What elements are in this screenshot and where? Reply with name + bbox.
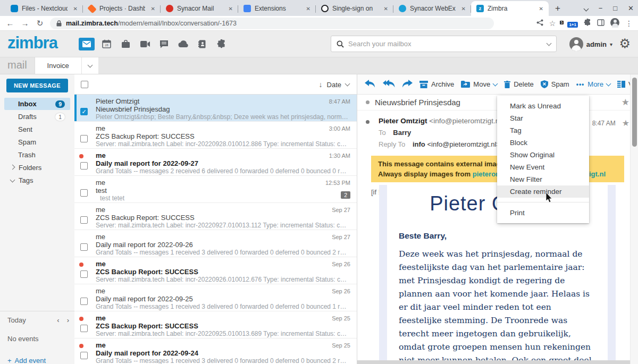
settings-gear-icon[interactable]: ⚙ xyxy=(619,36,631,51)
sort-chevron-icon xyxy=(345,81,350,87)
tab-search-icon[interactable] xyxy=(584,4,588,12)
contacts-app-icon[interactable] xyxy=(196,38,209,50)
list-item[interactable]: me ZCS Backup Report: SUCCESS Server: ma… xyxy=(74,122,357,149)
tab-close-icon[interactable]: ✕ xyxy=(304,5,313,13)
integrations-puzzle-app-icon[interactable] xyxy=(215,38,229,50)
sort-control[interactable]: ↓ Date xyxy=(319,80,349,89)
list-item[interactable]: me ZCS Backup Report: SUCCESS Server: ma… xyxy=(74,203,357,230)
tab-invoice[interactable]: Invoice xyxy=(35,57,81,74)
row-checkbox[interactable] xyxy=(80,135,88,142)
list-item[interactable]: me test test tetet 12:53 PM 2 xyxy=(74,176,357,203)
new-tab-button[interactable]: + xyxy=(552,3,564,14)
row-checkbox[interactable] xyxy=(80,325,88,332)
message-star-icon[interactable]: ★ xyxy=(622,118,629,128)
vertical-scrollbar[interactable] xyxy=(630,74,638,364)
browser-tab-zimbra[interactable]: z Zimbra ✕ xyxy=(471,1,549,16)
archive-button[interactable]: Archive xyxy=(419,80,454,88)
share-icon[interactable] xyxy=(536,19,543,28)
calendar-prev-icon[interactable]: ‹ xyxy=(57,316,59,324)
menu-item-block[interactable]: Block xyxy=(497,137,589,149)
window-close-button[interactable]: ✕ xyxy=(628,4,634,12)
forward-button[interactable] xyxy=(402,80,413,89)
row-checkbox[interactable] xyxy=(80,352,88,359)
back-button[interactable]: ← xyxy=(5,19,15,28)
row-checkbox[interactable] xyxy=(80,270,88,278)
browser-tab-nextcloud[interactable]: Files - Nextcloud ✕ xyxy=(5,1,83,16)
tab-close-icon[interactable]: ✕ xyxy=(459,5,468,13)
sidebar-item-spam[interactable]: Spam xyxy=(4,136,70,148)
spam-button[interactable]: Spam xyxy=(541,80,569,88)
row-checkbox[interactable] xyxy=(80,216,88,224)
more-button[interactable]: ••• More xyxy=(576,80,610,88)
list-item[interactable]: me ZCS Backup Report: SUCCESS Server: ma… xyxy=(74,257,357,284)
sidebar-item-drafts[interactable]: Drafts 1 xyxy=(4,111,70,123)
menu-item-mark-as-unread[interactable]: Mark as Unread xyxy=(497,100,589,112)
browser-profile-avatar[interactable] xyxy=(610,18,619,29)
list-item[interactable]: me Daily mail report for 2022-09-24 Gran… xyxy=(74,338,357,364)
search-scope-chevron-icon[interactable] xyxy=(547,40,552,46)
cloud-app-icon[interactable] xyxy=(177,38,190,50)
browser-tab-synacor-mail[interactable]: Synacor Mail ✕ xyxy=(161,1,238,16)
list-item[interactable]: ✓ Pieter Omtzigt Nieuwsbrief Prinsjesdag… xyxy=(74,95,357,122)
tab-close-icon[interactable]: ✕ xyxy=(537,5,545,13)
reload-button[interactable]: ↻ xyxy=(35,19,45,28)
row-checkbox[interactable] xyxy=(80,298,88,305)
reply-all-button[interactable] xyxy=(382,80,395,89)
user-menu[interactable]: admin ▾ xyxy=(569,37,612,51)
list-item[interactable]: me Daily mail report for 2022-09-26 Gran… xyxy=(74,230,357,257)
video-app-icon[interactable] xyxy=(138,38,152,50)
delete-button[interactable]: Delete xyxy=(504,80,534,88)
select-all-checkbox[interactable] xyxy=(81,81,88,88)
menu-item-new-filter[interactable]: New Filter xyxy=(497,173,589,185)
url-omnibox[interactable]: mail.zimbra.tech/modern/email/Inbox/conv… xyxy=(50,18,494,29)
sidebar-item-sent[interactable]: Sent xyxy=(4,123,70,136)
side-panel-icon[interactable] xyxy=(597,19,605,28)
window-minimize-button[interactable]: − xyxy=(599,4,603,12)
sidebar-item-tags[interactable]: Tags xyxy=(4,174,70,187)
briefcase-app-icon[interactable] xyxy=(119,38,133,50)
menu-item-create-reminder[interactable]: Create reminder xyxy=(497,185,589,198)
tab-close-icon[interactable]: ✕ xyxy=(149,5,157,13)
list-item[interactable]: me Daily mail report for 2022-09-27 Gran… xyxy=(74,149,357,176)
bookmark-star-icon[interactable]: ☆ xyxy=(549,19,556,28)
tab-close-icon[interactable]: ✕ xyxy=(226,5,235,13)
row-checkbox[interactable]: ✓ xyxy=(80,108,88,115)
extensions-puzzle-icon[interactable] xyxy=(584,19,591,28)
row-checkbox[interactable] xyxy=(80,189,88,197)
browser-tab-webex[interactable]: Synacor WebEx Enter... ✕ xyxy=(393,1,471,16)
menu-item-new-event[interactable]: New Event xyxy=(497,161,589,173)
menu-item-show-original[interactable]: Show Original xyxy=(497,149,589,161)
scrollbar-thumb[interactable] xyxy=(632,78,637,147)
browser-tab-sso[interactable]: Single-sign on ✕ xyxy=(316,1,393,16)
sidebar-item-folders[interactable]: Folders xyxy=(4,162,70,174)
sidebar-item-trash[interactable]: Trash xyxy=(4,149,70,161)
tab-list-chevron[interactable] xyxy=(81,57,98,74)
browser-tab-projects[interactable]: Projects · Dashboard ✕ xyxy=(83,1,161,16)
chat-app-icon[interactable] xyxy=(157,38,171,50)
password-extension-icon[interactable]: 1+1 xyxy=(567,19,578,28)
calendar-app-icon[interactable]: 28 xyxy=(100,38,114,50)
new-message-button[interactable]: NEW MESSAGE xyxy=(6,79,68,92)
calendar-next-icon[interactable]: › xyxy=(67,316,69,324)
row-checkbox[interactable] xyxy=(80,243,88,251)
mail-app-icon[interactable] xyxy=(79,38,95,50)
forward-button[interactable]: → xyxy=(20,19,30,28)
add-event-button[interactable]: + Add event xyxy=(7,357,69,364)
list-item[interactable]: me Daily mail report for 2022-09-25 Gran… xyxy=(74,284,357,311)
browser-menu-icon[interactable]: ⋮ xyxy=(625,19,633,28)
tab-close-icon[interactable]: ✕ xyxy=(382,5,390,13)
conversation-star-icon[interactable]: ★ xyxy=(622,97,629,108)
sidebar-item-inbox[interactable]: Inbox 9 xyxy=(4,98,70,110)
reply-button[interactable] xyxy=(365,80,375,89)
menu-item-tag[interactable]: Tag xyxy=(497,124,589,137)
list-item[interactable]: me ZCS Backup Report: SUCCESS Server: ma… xyxy=(74,311,357,338)
menu-item-star[interactable]: Star xyxy=(497,112,589,124)
sort-direction-icon[interactable]: ↓ xyxy=(319,80,323,89)
menu-item-print[interactable]: Print xyxy=(497,207,589,219)
row-checkbox[interactable] xyxy=(80,162,88,170)
browser-tab-extensions[interactable]: Extensions ✕ xyxy=(238,1,316,16)
move-button[interactable]: Move xyxy=(461,80,497,88)
search-input[interactable] xyxy=(348,40,543,48)
tab-close-icon[interactable]: ✕ xyxy=(71,5,80,13)
window-maximize-button[interactable]: □ xyxy=(613,4,617,12)
